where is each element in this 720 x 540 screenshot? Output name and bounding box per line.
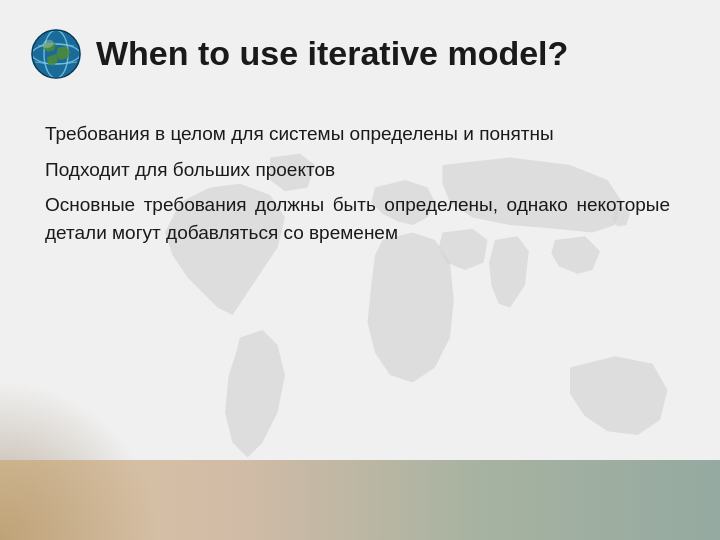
bullet-item-3: Основные требования должны быть определе… — [45, 191, 670, 246]
bullet-item-2: Подходит для больших проектов — [45, 156, 670, 184]
slide-content: Требования в целом для системы определен… — [0, 100, 720, 274]
slide-header: When to use iterative model? — [0, 0, 720, 100]
bottom-decoration — [0, 460, 720, 540]
slide: When to use iterative model? Требования … — [0, 0, 720, 540]
slide-title: When to use iterative model? — [96, 35, 568, 72]
bullet-item-1: Требования в целом для системы определен… — [45, 120, 670, 148]
globe-icon — [30, 28, 82, 80]
